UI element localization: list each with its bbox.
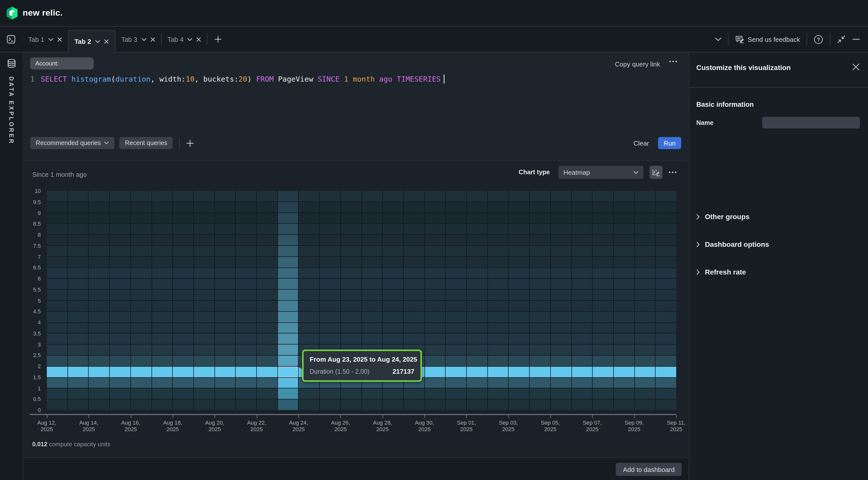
heatmap-cell[interactable] (173, 389, 193, 399)
heatmap-cell[interactable] (236, 224, 256, 235)
heatmap-cell[interactable] (110, 356, 130, 366)
heatmap-cell[interactable] (341, 202, 361, 213)
heatmap-cell[interactable] (194, 367, 214, 377)
heatmap-cell[interactable] (551, 301, 571, 311)
heatmap-cell[interactable] (110, 213, 130, 223)
heatmap-cell[interactable] (110, 399, 130, 410)
heatmap-cell[interactable] (299, 323, 319, 333)
heatmap-cell[interactable] (467, 213, 487, 223)
heatmap-cell[interactable] (362, 323, 382, 333)
heatmap-cell[interactable] (194, 312, 214, 322)
heatmap-cell[interactable] (320, 246, 340, 257)
heatmap-cell[interactable] (488, 290, 508, 300)
heatmap-cell[interactable] (593, 213, 613, 223)
heatmap-cell[interactable] (593, 367, 613, 377)
heatmap-cell[interactable] (593, 312, 613, 322)
heatmap-cell[interactable] (257, 257, 277, 267)
heatmap-cell[interactable] (236, 378, 256, 388)
heatmap-cell[interactable] (341, 191, 361, 202)
section-dashboard-options[interactable]: Dashboard options (696, 240, 769, 248)
heatmap-cell[interactable] (173, 191, 193, 202)
heatmap-cell[interactable] (152, 235, 172, 245)
heatmap-cell[interactable] (362, 389, 382, 399)
heatmap-cell[interactable] (634, 202, 655, 213)
heatmap-cell[interactable] (383, 224, 403, 235)
heatmap-cell[interactable] (383, 279, 403, 289)
heatmap-cell[interactable] (572, 279, 592, 289)
heatmap-cell[interactable] (47, 268, 67, 278)
heatmap-cell[interactable] (383, 312, 403, 322)
heatmap-cell[interactable] (173, 301, 193, 311)
heatmap-cell[interactable] (572, 202, 592, 213)
heatmap-cell[interactable] (362, 213, 382, 223)
heatmap-cell[interactable] (110, 312, 130, 322)
heatmap-cell[interactable] (278, 235, 298, 245)
heatmap-cell[interactable] (194, 268, 214, 278)
heatmap-cell[interactable] (236, 257, 256, 267)
heatmap-cell[interactable] (404, 191, 424, 202)
chevron-down-icon[interactable] (141, 37, 146, 41)
heatmap-cell[interactable] (173, 213, 193, 223)
heatmap-cell[interactable] (131, 235, 151, 245)
heatmap-cell[interactable] (530, 257, 550, 267)
recommended-queries-button[interactable]: Recommended queries (30, 137, 115, 149)
heatmap-cell[interactable] (634, 246, 655, 257)
heatmap-cell[interactable] (362, 257, 382, 267)
heatmap-cell[interactable] (488, 389, 508, 399)
heatmap-cell[interactable] (572, 290, 592, 300)
heatmap-cell[interactable] (131, 389, 151, 399)
heatmap-cell[interactable] (593, 257, 613, 267)
heatmap-cell[interactable] (89, 257, 109, 267)
heatmap-cell[interactable] (299, 202, 319, 213)
heatmap-cell[interactable] (257, 279, 277, 289)
heatmap-cell[interactable] (278, 213, 298, 223)
heatmap-cell[interactable] (362, 301, 382, 311)
heatmap-cell[interactable] (110, 279, 130, 289)
heatmap-cell[interactable] (173, 246, 193, 257)
heatmap-cell[interactable] (89, 235, 109, 245)
heatmap-cell[interactable] (320, 290, 340, 300)
heatmap-cell[interactable] (68, 378, 88, 388)
heatmap-cell[interactable] (152, 367, 172, 377)
heatmap-cell[interactable] (257, 301, 277, 311)
heatmap-cell[interactable] (656, 389, 676, 399)
heatmap-cell[interactable] (467, 356, 487, 366)
heatmap-cell[interactable] (509, 399, 529, 410)
chevron-down-icon[interactable] (188, 37, 193, 41)
heatmap-cell[interactable] (173, 367, 193, 377)
heatmap-cell[interactable] (446, 312, 466, 322)
heatmap-cell[interactable] (68, 334, 88, 344)
heatmap-cell[interactable] (509, 191, 529, 202)
heatmap-cell[interactable] (467, 312, 487, 322)
heatmap-cell[interactable] (593, 389, 613, 399)
heatmap-cell[interactable] (509, 378, 529, 388)
heatmap-cell[interactable] (68, 257, 88, 267)
heatmap-cell[interactable] (173, 202, 193, 213)
heatmap-cell[interactable] (215, 257, 235, 267)
heatmap-cell[interactable] (89, 213, 109, 223)
heatmap-cell[interactable] (257, 323, 277, 333)
heatmap-cell[interactable] (656, 290, 676, 300)
heatmap-cell[interactable] (320, 323, 340, 333)
heatmap-cell[interactable] (131, 257, 151, 267)
heatmap-cell[interactable] (89, 389, 109, 399)
heatmap-cell[interactable] (257, 290, 277, 300)
heatmap-cell[interactable] (572, 246, 592, 257)
heatmap-cell[interactable] (488, 334, 508, 344)
heatmap-cell[interactable] (634, 399, 655, 410)
heatmap-cell[interactable] (656, 235, 676, 245)
heatmap-cell[interactable] (551, 213, 571, 223)
heatmap-cell[interactable] (383, 268, 403, 278)
heatmap-cell[interactable] (341, 235, 361, 245)
heatmap-cell[interactable] (47, 279, 67, 289)
heatmap-cell[interactable] (131, 202, 151, 213)
heatmap-cell[interactable] (320, 279, 340, 289)
heatmap-cell[interactable] (425, 378, 445, 388)
heatmap-cell[interactable] (656, 399, 676, 410)
heatmap-cell[interactable] (320, 191, 340, 202)
close-icon[interactable] (150, 37, 155, 41)
heatmap-cell[interactable] (215, 290, 235, 300)
heatmap-cell[interactable] (173, 290, 193, 300)
heatmap-cell[interactable] (320, 202, 340, 213)
heatmap-cell[interactable] (194, 235, 214, 245)
